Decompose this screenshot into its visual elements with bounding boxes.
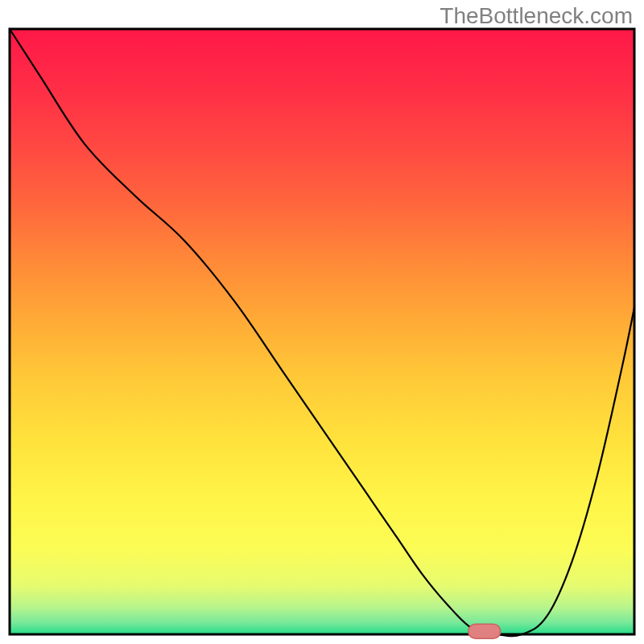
plot-background: [10, 29, 634, 634]
optimal-marker: [469, 624, 501, 638]
watermark-text: TheBottleneck.com: [440, 3, 633, 29]
bottleneck-chart: [0, 0, 644, 644]
chart-container: TheBottleneck.com: [0, 0, 644, 644]
